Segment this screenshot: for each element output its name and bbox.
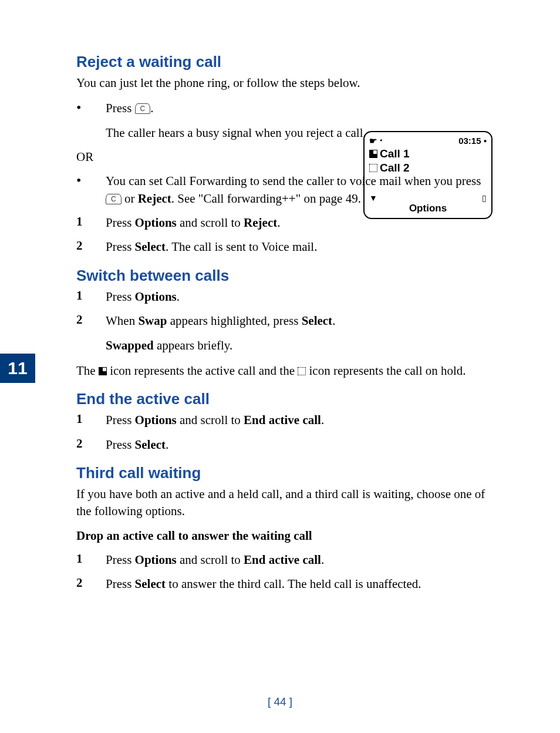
heading-reject-waiting-call: Reject a waiting call bbox=[76, 53, 495, 71]
step-1-text: Press Options and scroll to End active c… bbox=[106, 552, 495, 569]
phone-screen-illustration: ☛ ⠂ 03:15 ▪ Call 1 Call 2 ▼ ▯ Options bbox=[363, 131, 492, 219]
heading-third-call-waiting: Third call waiting bbox=[76, 464, 495, 482]
intro-text: You can just let the phone ring, or foll… bbox=[76, 75, 495, 92]
step-number: 1 bbox=[76, 214, 106, 231]
step-2-text: Press Select to answer the third call. T… bbox=[106, 576, 495, 593]
bullet-icon: • bbox=[76, 100, 106, 117]
step-2-text: Press Select. bbox=[106, 436, 495, 453]
step-1-text: Press Options. bbox=[106, 288, 495, 305]
c-key-icon: C bbox=[135, 103, 151, 114]
step-2-text: Press Select. The call is sent to Voice … bbox=[106, 238, 495, 255]
heading-end-active-call: End the active call bbox=[76, 390, 495, 408]
phone-softkey: Options bbox=[365, 203, 491, 214]
antenna-icon: ▼ bbox=[369, 193, 377, 203]
c-key-icon: C bbox=[106, 194, 122, 204]
step-number: 2 bbox=[76, 436, 106, 453]
step-2-sub: Swapped appears briefly. bbox=[106, 337, 495, 354]
bullet-1-sub: The caller hears a busy signal when you … bbox=[106, 125, 367, 142]
step-1-text: Press Options and scroll to End active c… bbox=[106, 412, 495, 429]
step-number: 1 bbox=[76, 288, 106, 305]
bullet-1-text: Press C. bbox=[106, 100, 495, 117]
page-number: [ 44 ] bbox=[0, 695, 560, 708]
phone-time: 03:15 ▪ bbox=[458, 136, 487, 146]
phone-call-2: Call 2 bbox=[380, 162, 410, 174]
step-number: 2 bbox=[76, 312, 106, 329]
intro-text: If you have both an active and a held ca… bbox=[76, 486, 495, 520]
step-number: 1 bbox=[76, 552, 106, 569]
icon-explanation: The icon represents the active call and … bbox=[76, 362, 495, 379]
step-number: 2 bbox=[76, 238, 106, 255]
step-2-text: When Swap appears highlighted, press Sel… bbox=[106, 312, 495, 329]
phone-handset-icon: ☛ ⠂ bbox=[369, 136, 386, 146]
step-number: 2 bbox=[76, 576, 106, 593]
active-call-indicator-icon bbox=[369, 150, 377, 158]
held-call-indicator-icon bbox=[369, 164, 377, 172]
heading-switch-between-calls: Switch between calls bbox=[76, 267, 495, 285]
bullet-icon: • bbox=[76, 173, 106, 207]
held-call-icon bbox=[298, 367, 306, 375]
active-call-icon bbox=[99, 367, 107, 375]
subheading-drop-active-call: Drop an active call to answer the waitin… bbox=[76, 529, 495, 543]
phone-call-1: Call 1 bbox=[380, 147, 410, 160]
battery-icon: ▯ bbox=[482, 193, 487, 203]
step-number: 1 bbox=[76, 412, 106, 429]
page-content: ☛ ⠂ 03:15 ▪ Call 1 Call 2 ▼ ▯ Options Re… bbox=[0, 0, 560, 636]
